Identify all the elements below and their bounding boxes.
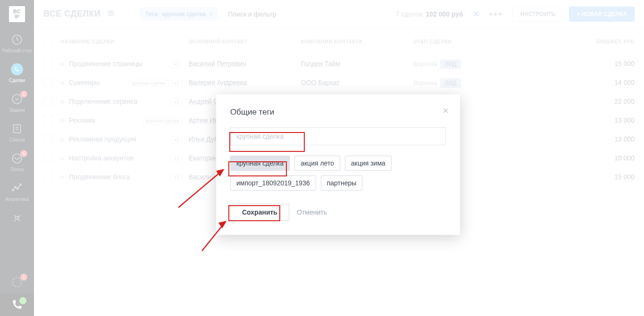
tag-input[interactable] [230,127,446,145]
tag-option[interactable]: акция лето [294,156,340,171]
close-icon[interactable]: × [443,105,449,117]
tag-option[interactable]: крупная сделка [230,156,290,171]
save-button[interactable]: Сохранить [230,204,289,221]
cancel-button[interactable]: Отменить [297,208,327,216]
modal-title: Общие теги [230,108,446,117]
tags-modal: × Общие теги крупная сделкаакция летоакц… [216,94,460,235]
tag-list: крупная сделкаакция летоакция зимаимпорт… [230,156,446,191]
tag-option[interactable]: акция зима [345,156,392,171]
tag-option[interactable]: партнеры [321,175,363,191]
tag-option[interactable]: импорт_18092019_1936 [230,175,316,191]
